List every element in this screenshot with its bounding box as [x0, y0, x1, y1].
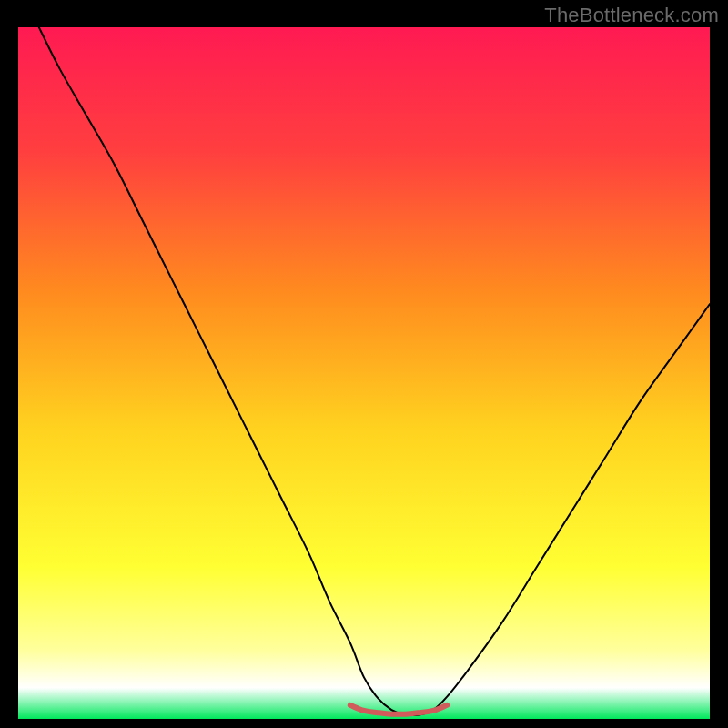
- gradient-background: [18, 27, 710, 719]
- bottleneck-chart: [18, 27, 710, 719]
- watermark-text: TheBottleneck.com: [544, 4, 719, 27]
- chart-frame: TheBottleneck.com: [0, 0, 728, 728]
- plot-area: [18, 27, 710, 719]
